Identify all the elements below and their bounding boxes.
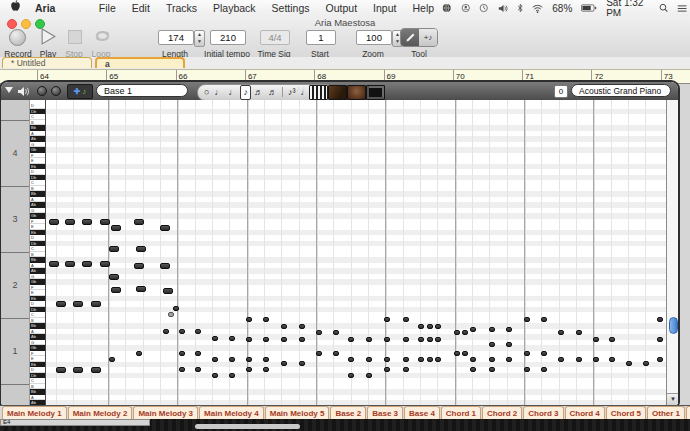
midi-note[interactable] — [91, 301, 101, 307]
midi-note[interactable] — [299, 324, 305, 329]
loop-button[interactable] — [93, 27, 112, 49]
midi-note[interactable] — [136, 286, 146, 292]
track-volume-icon[interactable] — [17, 86, 30, 97]
track-tab-main-melody-5[interactable]: Main Melody 5 — [265, 406, 330, 420]
midi-note[interactable] — [593, 357, 599, 362]
menu-item-help[interactable]: Help — [404, 0, 442, 16]
vertical-scrollbar[interactable]: ▼ — [666, 100, 678, 405]
midi-note[interactable] — [229, 373, 235, 378]
track-tab-main-melody-2[interactable]: Main Melody 2 — [68, 406, 133, 420]
midi-note[interactable] — [489, 367, 495, 372]
midi-note[interactable] — [462, 330, 468, 335]
midi-note[interactable] — [212, 336, 218, 341]
midi-note[interactable] — [281, 324, 287, 329]
midi-note[interactable] — [82, 219, 92, 225]
track-tab-main-melody-4[interactable]: Main Melody 4 — [199, 406, 264, 420]
midi-note[interactable] — [470, 367, 476, 372]
midi-note[interactable] — [506, 342, 512, 347]
midi-note[interactable] — [100, 219, 110, 225]
midi-note[interactable] — [212, 373, 218, 378]
midi-note[interactable] — [403, 367, 409, 372]
midi-note[interactable] — [384, 337, 390, 342]
midi-note[interactable] — [246, 357, 252, 362]
midi-note[interactable] — [609, 357, 615, 362]
midi-note[interactable] — [489, 327, 495, 332]
midi-note[interactable] — [281, 361, 287, 366]
midi-note[interactable] — [109, 274, 119, 280]
midi-note[interactable] — [49, 261, 59, 267]
field-zoom[interactable]: 100 — [356, 30, 392, 45]
midi-note[interactable] — [470, 357, 476, 362]
add-note-tool-button[interactable]: +♪ — [419, 29, 437, 46]
midi-note[interactable] — [558, 330, 564, 335]
app-menu[interactable]: Aria Maestosa — [27, 0, 91, 16]
keyboard-editor-icon[interactable] — [309, 85, 328, 100]
stop-button[interactable] — [68, 30, 82, 44]
midi-note[interactable] — [333, 330, 339, 335]
midi-note[interactable] — [263, 357, 269, 362]
notification-center-icon[interactable] — [677, 3, 687, 14]
midi-note[interactable] — [179, 367, 185, 372]
midi-note[interactable] — [418, 324, 424, 329]
spotlight-icon[interactable] — [659, 2, 669, 14]
midi-note[interactable] — [489, 342, 495, 347]
midi-note[interactable] — [163, 288, 173, 294]
wifi-icon[interactable] — [532, 3, 543, 14]
midi-note[interactable] — [333, 351, 339, 356]
track-tab-chord-5[interactable]: Chord 5 — [606, 406, 646, 420]
midi-note[interactable] — [56, 367, 66, 373]
midi-note[interactable] — [263, 317, 269, 322]
menu-item-tracks[interactable]: Tracks — [158, 0, 205, 16]
midi-note[interactable] — [111, 287, 121, 293]
midi-note[interactable] — [418, 357, 424, 362]
play-button[interactable] — [40, 28, 57, 49]
menu-item-playback[interactable]: Playback — [205, 0, 264, 16]
midi-note[interactable] — [134, 263, 144, 269]
midi-note[interactable] — [134, 219, 144, 225]
midi-note[interactable] — [384, 367, 390, 372]
midi-note[interactable] — [427, 324, 433, 329]
bluetooth-icon[interactable] — [517, 2, 523, 14]
midi-note[interactable] — [136, 246, 146, 252]
horizontal-scroll-thumb[interactable] — [195, 424, 300, 429]
midi-note[interactable] — [111, 225, 121, 231]
midi-note[interactable] — [246, 337, 252, 342]
volume-icon[interactable] — [498, 3, 508, 14]
stepper-length[interactable]: ▲ ▼ — [194, 30, 205, 47]
midi-note[interactable] — [576, 330, 582, 335]
field-initial-tempo[interactable]: 210 — [210, 30, 246, 45]
midi-note[interactable] — [49, 219, 59, 225]
midi-note[interactable] — [229, 336, 235, 341]
track-name-field[interactable]: Base 1 — [96, 84, 188, 97]
track-tab-base-4[interactable]: Base 4 — [404, 406, 440, 420]
field-length[interactable]: 174 — [158, 30, 194, 45]
midi-note[interactable] — [109, 246, 119, 252]
scroll-down-arrow[interactable]: ▼ — [667, 393, 678, 405]
midi-note[interactable] — [435, 337, 441, 342]
midi-note[interactable] — [246, 317, 252, 322]
midi-note[interactable] — [454, 351, 460, 356]
midi-note[interactable] — [435, 324, 441, 329]
menu-item-output[interactable]: Output — [318, 0, 366, 16]
midi-note[interactable] — [179, 329, 185, 334]
midi-note[interactable] — [427, 337, 433, 342]
track-tab-other-1[interactable]: Other 1 — [647, 406, 685, 420]
user-circle-icon[interactable] — [461, 2, 471, 14]
midi-note[interactable] — [73, 301, 83, 307]
note-grid[interactable] — [46, 100, 666, 405]
document-tab-2[interactable]: a — [95, 57, 185, 68]
drum-editor-icon[interactable] — [347, 85, 366, 100]
dock-track-control[interactable]: ✚ ♪ — [67, 84, 93, 99]
apple-menu[interactable] — [0, 0, 27, 16]
midi-note[interactable] — [179, 351, 185, 356]
duration-5-button[interactable]: ♬ — [266, 86, 279, 99]
duration-1-button[interactable]: ♩ — [212, 86, 225, 99]
track-tab-main-melody-3[interactable]: Main Melody 3 — [133, 406, 198, 420]
field-start[interactable]: 1 — [306, 30, 336, 45]
duration-2-button[interactable]: ♩ — [226, 86, 239, 99]
pencil-tool-button[interactable] — [401, 29, 419, 46]
instrument-field[interactable]: Acoustic Grand Piano — [571, 84, 671, 97]
channel-field[interactable]: 0 — [554, 85, 568, 98]
midi-note-selected[interactable] — [168, 312, 174, 317]
midi-note[interactable] — [91, 367, 101, 373]
